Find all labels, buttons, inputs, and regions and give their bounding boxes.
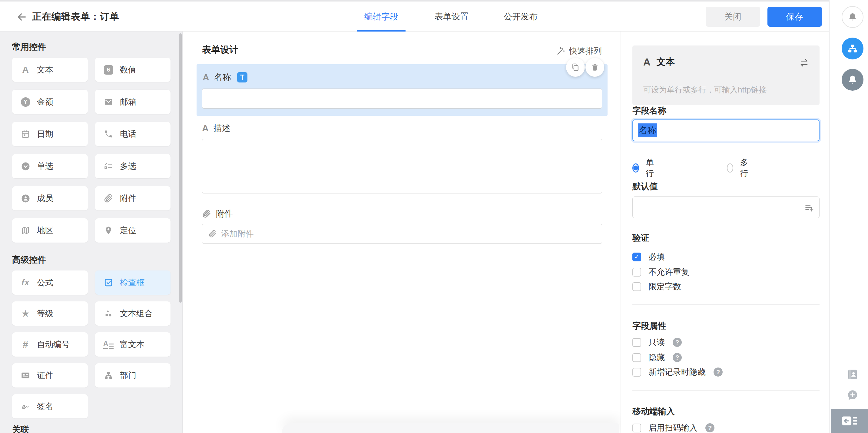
calendar-icon (20, 129, 31, 139)
list-plus-icon (804, 202, 814, 212)
back-button[interactable] (15, 11, 28, 23)
control-text-combo[interactable]: 文本组合 (95, 301, 170, 326)
arrow-left-icon (15, 11, 28, 23)
default-value-input[interactable] (632, 197, 819, 218)
control-text[interactable]: A 文本 (12, 58, 88, 82)
bottom-sheet-shadow (282, 423, 619, 433)
paperclip-icon (103, 194, 114, 203)
star-icon: ★ (20, 309, 31, 318)
control-department[interactable]: 部门 (95, 363, 170, 387)
readonly-checkbox-row[interactable]: 只读 ? (632, 337, 682, 347)
checkbox-icon (632, 368, 641, 377)
richtext-icon: A (103, 340, 114, 349)
org-chart-icon (103, 371, 114, 380)
field-name-label: 字段名称 (632, 105, 666, 116)
control-formula[interactable]: fx 公式 (12, 270, 88, 295)
control-id-card[interactable]: 证件 (12, 363, 88, 387)
sidebar-scrollbar[interactable] (179, 33, 182, 302)
control-signature[interactable]: 签名 (12, 394, 88, 418)
control-rating[interactable]: ★ 等级 (12, 301, 88, 326)
control-money[interactable]: ¥ 金额 (12, 90, 88, 114)
control-single-select[interactable]: 单选 (12, 154, 88, 178)
alerts-button[interactable] (842, 69, 864, 91)
org-structure-button[interactable] (842, 37, 864, 59)
collapse-panel-button[interactable] (831, 409, 868, 433)
text-icon: A (202, 124, 209, 133)
field-card-name-selected[interactable]: A 名称 T (196, 64, 608, 116)
field-name-input[interactable]: 名称 (632, 119, 819, 141)
delete-field-button[interactable] (585, 58, 604, 77)
close-button[interactable]: 关闭 (706, 7, 760, 27)
help-icon[interactable]: ? (705, 423, 714, 432)
char-limit-checkbox-row[interactable]: 限定字数 (632, 281, 681, 292)
control-autonumber[interactable]: # 自动编号 (12, 332, 88, 356)
control-date[interactable]: 日期 (12, 122, 88, 146)
field-label: 描述 (214, 122, 230, 134)
hide-on-new-record-checkbox-row[interactable]: 新增记录时隐藏 ? (632, 367, 723, 377)
selected-text: 名称 (638, 123, 657, 137)
radio-single-line[interactable]: 单行 (632, 157, 656, 179)
field-attach-label-row: 附件 (202, 208, 233, 220)
scan-input-checkbox-row[interactable]: 启用扫码输入 ? (632, 423, 714, 433)
tab-publish[interactable]: 公开发布 (498, 1, 544, 32)
section-title-relation: 关联 (12, 424, 29, 433)
header-tabs: 编辑字段 表单设置 公开发布 (357, 1, 544, 32)
trash-icon (591, 63, 599, 71)
control-member[interactable]: 成员 (12, 186, 88, 210)
feedback-button[interactable] (845, 388, 860, 402)
validation-label: 验证 (632, 232, 649, 244)
common-controls-grid: A 文本 6 数值 ¥ 金额 邮箱 日期 (12, 58, 170, 242)
control-number[interactable]: 6 数值 (95, 58, 170, 82)
checkbox-icon (632, 282, 641, 291)
form-editor-app: 正在编辑表单：订单 编辑字段 表单设置 公开发布 关闭 保存 常用控件 A 文本… (0, 0, 868, 433)
field-label: 附件 (216, 208, 233, 220)
radio-multi-line[interactable]: 多行 (727, 157, 751, 179)
control-location[interactable]: 定位 (95, 218, 170, 242)
help-icon[interactable]: ? (673, 338, 682, 347)
radio-unselected-icon (727, 164, 733, 173)
form-design-canvas: 表单设计 快速排列 A 名称 T A 描述 (183, 32, 621, 433)
name-field-input[interactable] (202, 89, 602, 109)
duplicate-field-button[interactable] (566, 58, 585, 77)
mobile-input-label: 移动端输入 (632, 406, 675, 417)
section-title-common: 常用控件 (12, 41, 46, 53)
field-props-label: 字段属性 (632, 320, 666, 332)
quick-arrange-button[interactable]: 快速排列 (556, 46, 602, 56)
add-attachment-button[interactable]: 添加附件 (202, 224, 602, 244)
contacts-button[interactable] (845, 368, 860, 381)
checkbox-icon (632, 353, 641, 362)
copy-icon (571, 63, 580, 72)
rail-divider (833, 359, 865, 359)
control-region[interactable]: 地区 (12, 218, 88, 242)
mail-icon (103, 97, 114, 107)
field-desc-label-row: A 描述 (202, 122, 230, 134)
help-icon[interactable]: ? (673, 353, 682, 362)
tab-form-settings[interactable]: 表单设置 (429, 1, 474, 32)
desc-field-textarea[interactable] (202, 139, 602, 194)
advanced-controls-grid: fx 公式 检查框 ★ 等级 文本组合 # 自动编号 (12, 270, 170, 418)
address-book-icon (846, 368, 859, 381)
title-field-badge: T (237, 72, 247, 83)
tab-edit-fields[interactable]: 编辑字段 (357, 1, 406, 32)
control-phone[interactable]: 电话 (95, 122, 170, 146)
control-checkbox[interactable]: 检查框 (95, 270, 170, 295)
no-duplicate-checkbox-row[interactable]: 不允许重复 (632, 267, 689, 277)
checkbox-icon (632, 338, 641, 347)
hidden-checkbox-row[interactable]: 隐藏 ? (632, 352, 682, 363)
notification-bell-button[interactable] (842, 6, 864, 28)
required-checkbox-row[interactable]: 必填 (632, 252, 665, 262)
field-inspector-panel: A 文本 可设为单行或多行，可输入http链接 字段名称 名称 单行 多行 默认… (621, 32, 829, 433)
shapes-icon (103, 309, 114, 318)
control-multi-select[interactable]: 多选 (95, 154, 170, 178)
attachment-placeholder: 添加附件 (221, 228, 254, 239)
field-label: 名称 (214, 71, 231, 83)
save-button[interactable]: 保存 (768, 7, 822, 27)
control-email[interactable]: 邮箱 (95, 90, 170, 114)
change-field-type-button[interactable] (798, 58, 810, 68)
field-type-card: A 文本 可设为单行或多行，可输入http链接 (632, 46, 819, 105)
phone-icon (103, 129, 114, 139)
insert-default-button[interactable] (799, 197, 819, 218)
help-icon[interactable]: ? (714, 368, 723, 377)
control-attachment[interactable]: 附件 (95, 186, 170, 210)
control-richtext[interactable]: A 富文本 (95, 332, 170, 356)
